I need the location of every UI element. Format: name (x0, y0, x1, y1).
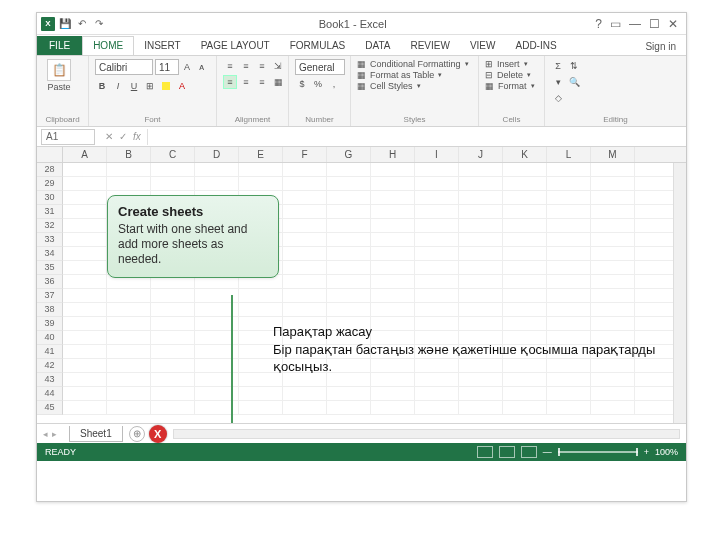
row-header[interactable]: 28 (37, 163, 63, 177)
cell[interactable] (283, 261, 327, 274)
cell[interactable] (327, 163, 371, 176)
cell[interactable] (283, 401, 327, 414)
cell[interactable] (107, 163, 151, 176)
name-box[interactable]: A1 (41, 129, 95, 145)
cell[interactable] (459, 219, 503, 232)
cell[interactable] (547, 387, 591, 400)
align-bottom-icon[interactable]: ≡ (255, 59, 269, 73)
cell-styles-button[interactable]: ▦Cell Styles▾ (357, 81, 469, 91)
help-icon[interactable]: ? (595, 17, 602, 31)
tab-view[interactable]: VIEW (460, 37, 506, 55)
view-page-layout-icon[interactable] (499, 446, 515, 458)
align-center-icon[interactable]: ≡ (239, 75, 253, 89)
cell[interactable] (415, 219, 459, 232)
cell[interactable] (591, 303, 635, 316)
cell[interactable] (371, 205, 415, 218)
row-header[interactable]: 34 (37, 247, 63, 261)
cell[interactable] (371, 247, 415, 260)
row-header[interactable]: 31 (37, 205, 63, 219)
view-normal-icon[interactable] (477, 446, 493, 458)
tab-data[interactable]: DATA (355, 37, 400, 55)
cell[interactable] (327, 191, 371, 204)
insert-cells-button[interactable]: ⊞Insert▾ (485, 59, 535, 69)
row-header[interactable]: 40 (37, 331, 63, 345)
column-header[interactable]: L (547, 147, 591, 162)
cell[interactable] (459, 401, 503, 414)
cell[interactable] (239, 163, 283, 176)
cell[interactable] (591, 275, 635, 288)
cell[interactable] (371, 163, 415, 176)
cell[interactable] (63, 359, 107, 372)
zoom-in-button[interactable]: + (644, 447, 649, 457)
delete-cells-button[interactable]: ⊟Delete▾ (485, 70, 535, 80)
cell[interactable] (371, 275, 415, 288)
cell[interactable] (151, 401, 195, 414)
minimize-icon[interactable]: — (629, 17, 641, 31)
cell[interactable] (547, 289, 591, 302)
cell[interactable] (327, 387, 371, 400)
cell[interactable] (327, 401, 371, 414)
cell[interactable] (459, 289, 503, 302)
cell[interactable] (547, 401, 591, 414)
cell[interactable] (415, 401, 459, 414)
cell[interactable] (327, 275, 371, 288)
select-all-corner[interactable] (37, 147, 63, 162)
cell[interactable] (371, 219, 415, 232)
cell[interactable] (591, 233, 635, 246)
cell[interactable] (107, 177, 151, 190)
row-header[interactable]: 32 (37, 219, 63, 233)
cell[interactable] (195, 163, 239, 176)
cell[interactable] (547, 261, 591, 274)
number-format-combo[interactable]: General (295, 59, 345, 75)
tab-page-layout[interactable]: PAGE LAYOUT (191, 37, 280, 55)
cell[interactable] (63, 345, 107, 358)
tab-review[interactable]: REVIEW (400, 37, 459, 55)
zoom-slider[interactable] (558, 451, 638, 453)
cell[interactable] (591, 401, 635, 414)
cell[interactable] (327, 219, 371, 232)
autosum-icon[interactable]: Σ (551, 59, 565, 73)
cell[interactable] (151, 359, 195, 372)
cell[interactable] (107, 289, 151, 302)
cell[interactable] (283, 275, 327, 288)
cell[interactable] (459, 205, 503, 218)
cell[interactable] (63, 233, 107, 246)
zoom-out-button[interactable]: — (543, 447, 552, 457)
cell[interactable] (415, 177, 459, 190)
column-header[interactable]: B (107, 147, 151, 162)
cell[interactable] (503, 191, 547, 204)
cell[interactable] (63, 177, 107, 190)
cell[interactable] (503, 205, 547, 218)
cell[interactable] (239, 177, 283, 190)
tab-formulas[interactable]: FORMULAS (280, 37, 356, 55)
cell[interactable] (547, 247, 591, 260)
find-icon[interactable]: 🔍 (567, 75, 581, 89)
sign-in-link[interactable]: Sign in (635, 38, 686, 55)
cell[interactable] (591, 163, 635, 176)
cell[interactable] (459, 163, 503, 176)
cell[interactable] (591, 177, 635, 190)
cell[interactable] (63, 289, 107, 302)
cell[interactable] (459, 261, 503, 274)
cell[interactable] (107, 359, 151, 372)
worksheet-grid[interactable]: ABCDEFGHIJKLM 28293031323334353637383940… (37, 147, 686, 423)
cell[interactable] (239, 303, 283, 316)
row-header[interactable]: 39 (37, 317, 63, 331)
cell[interactable] (63, 387, 107, 400)
tab-insert[interactable]: INSERT (134, 37, 191, 55)
column-header[interactable]: J (459, 147, 503, 162)
maximize-icon[interactable]: ☐ (649, 17, 660, 31)
cell[interactable] (591, 261, 635, 274)
cell[interactable] (503, 261, 547, 274)
cell[interactable] (371, 233, 415, 246)
cell[interactable] (503, 247, 547, 260)
row-header[interactable]: 38 (37, 303, 63, 317)
cell[interactable] (591, 219, 635, 232)
cell[interactable] (107, 401, 151, 414)
cell[interactable] (547, 191, 591, 204)
cell[interactable] (63, 373, 107, 386)
orientation-icon[interactable]: ⇲ (271, 59, 285, 73)
percent-icon[interactable]: % (311, 77, 325, 91)
cell[interactable] (327, 177, 371, 190)
tab-addins[interactable]: ADD-INS (505, 37, 566, 55)
